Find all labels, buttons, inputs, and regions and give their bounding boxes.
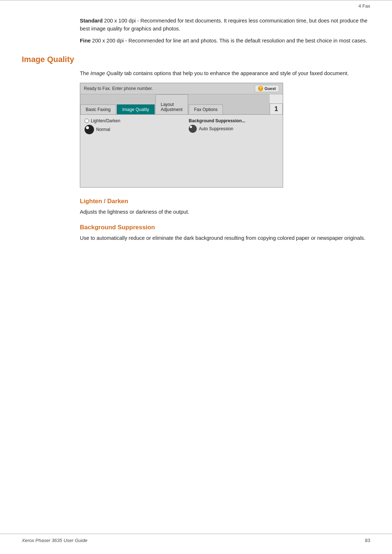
slider-thumb-bg[interactable] bbox=[189, 125, 197, 133]
tab-layout-adjustment[interactable]: Layout Adjustment bbox=[155, 94, 188, 114]
bg-suppression-col: Background Suppression... Auto Suppressi… bbox=[189, 118, 278, 134]
fine-paragraph: Fine 200 x 200 dpi - Recommended for lin… bbox=[80, 37, 370, 45]
tabs-row: Basic Faxing Image Quality Layout Adjust… bbox=[80, 94, 270, 115]
dialog-body: Lighten/Darken Normal Background Suppres… bbox=[80, 115, 283, 187]
tab-basic-faxing-label: Basic Faxing bbox=[86, 107, 111, 112]
page-header: 4 Fax bbox=[0, 0, 392, 10]
radio-lighten-darken[interactable] bbox=[85, 119, 89, 123]
auto-suppression-label: Auto Suppression bbox=[199, 126, 233, 131]
bg-suppression-title: Background Suppression... bbox=[189, 118, 278, 123]
dialog-title-text: Ready to Fax. Enter phone number. bbox=[84, 86, 153, 91]
lighten-darken-col: Lighten/Darken Normal bbox=[85, 118, 174, 134]
tab-basic-faxing[interactable]: Basic Faxing bbox=[80, 104, 116, 114]
tab-number-badge: 1 bbox=[270, 103, 283, 115]
dialog-wrapper: Ready to Fax. Enter phone number. ? Gues… bbox=[22, 83, 370, 188]
desc-before-italic: The bbox=[80, 70, 90, 76]
dialog-box: Ready to Fax. Enter phone number. ? Gues… bbox=[80, 83, 283, 188]
tab-image-quality[interactable]: Image Quality bbox=[117, 104, 155, 114]
guest-badge: ? Guest bbox=[255, 85, 279, 92]
fine-text: 200 x 200 dpi - Recommended for line art… bbox=[91, 38, 367, 44]
page-footer: Xerox Phaser 3635 User Guide 83 bbox=[0, 534, 392, 543]
lighten-darken-desc: Adjusts the lightness or darkness of the… bbox=[22, 208, 370, 216]
auto-suppression-slider: Auto Suppression bbox=[189, 125, 278, 133]
desc-after-italic: tab contains options that help you to en… bbox=[123, 70, 348, 76]
standard-label: Standard bbox=[80, 18, 103, 24]
dialog-titlebar: Ready to Fax. Enter phone number. ? Gues… bbox=[80, 83, 283, 94]
slider-thumb-left[interactable] bbox=[85, 125, 94, 134]
desc-italic: Image Quality bbox=[90, 70, 123, 76]
standard-paragraph: Standard 200 x 100 dpi - Recommended for… bbox=[80, 17, 370, 33]
tab-image-quality-label: Image Quality bbox=[122, 107, 149, 112]
image-quality-description: The Image Quality tab contains options t… bbox=[22, 69, 370, 77]
bg-suppression-desc: Use to automatically reduce or eliminate… bbox=[22, 234, 370, 242]
normal-label: Normal bbox=[96, 127, 110, 132]
lighten-darken-label: Lighten/Darken bbox=[91, 118, 120, 123]
fine-label: Fine bbox=[80, 38, 91, 44]
dialog-content-row: Lighten/Darken Normal Background Suppres… bbox=[85, 118, 278, 134]
tab-layout-label: Layout Adjustment bbox=[161, 102, 183, 112]
bg-suppression-heading: Background Suppression bbox=[22, 224, 370, 231]
image-quality-heading: Image Quality bbox=[22, 55, 370, 64]
lighten-darken-option: Lighten/Darken bbox=[85, 118, 174, 123]
content-area: Standard 200 x 100 dpi - Recommended for… bbox=[0, 10, 392, 242]
question-icon: ? bbox=[258, 86, 263, 91]
standard-text: 200 x 100 dpi - Recommended for text doc… bbox=[80, 18, 367, 32]
tab-fax-options-label: Fax Options bbox=[194, 107, 218, 112]
footer-page: 83 bbox=[365, 538, 370, 543]
tab-fax-options[interactable]: Fax Options bbox=[189, 104, 223, 114]
normal-slider: Normal bbox=[85, 125, 174, 134]
page-container: 4 Fax Standard 200 x 100 dpi - Recommend… bbox=[0, 0, 392, 554]
tabs-container: Basic Faxing Image Quality Layout Adjust… bbox=[80, 94, 283, 115]
chapter-label: 4 Fax bbox=[358, 3, 370, 9]
lighten-darken-heading: Lighten / Darken bbox=[22, 198, 370, 205]
intro-text-block: Standard 200 x 100 dpi - Recommended for… bbox=[22, 17, 370, 45]
guest-label: Guest bbox=[265, 86, 276, 91]
footer-title: Xerox Phaser 3635 User Guide bbox=[22, 538, 87, 543]
